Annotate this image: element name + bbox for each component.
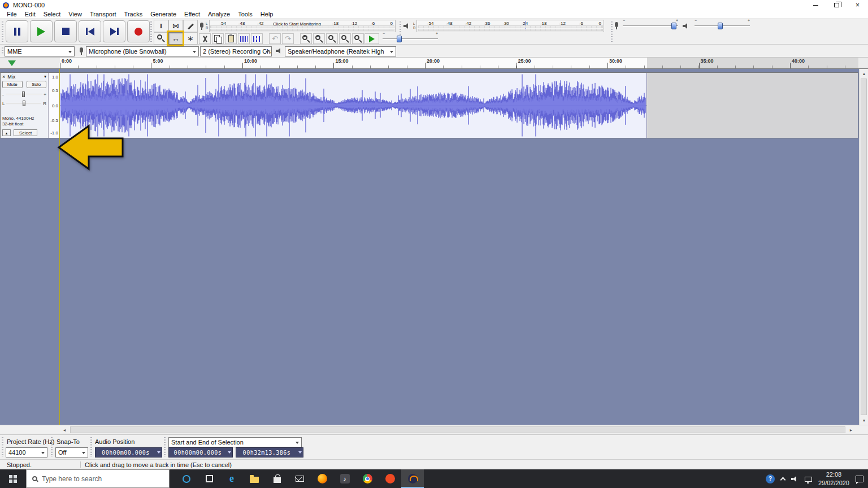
menu-transport[interactable]: Transport	[86, 11, 120, 18]
help-button[interactable]: ?	[766, 474, 775, 483]
track-close-button[interactable]: ×	[2, 74, 5, 80]
draw-tool-button[interactable]	[183, 20, 198, 32]
menu-select[interactable]: Select	[40, 11, 65, 18]
stop-button[interactable]	[54, 20, 77, 42]
menu-effect[interactable]: Effect	[180, 11, 204, 18]
horizontal-scroll-thumb[interactable]	[70, 426, 845, 433]
taskbar-file-explorer-button[interactable]	[243, 469, 266, 488]
toolbar-grip[interactable]	[90, 437, 92, 457]
toolbar-grip[interactable]	[2, 47, 3, 55]
play-button[interactable]	[30, 20, 53, 42]
playback-meter[interactable]: LR -54-48-42-36-30-24-18-12-60	[402, 20, 604, 32]
close-button[interactable]: ×	[847, 0, 868, 10]
notification-button[interactable]	[856, 476, 863, 482]
playback-volume-slider[interactable]: − +	[695, 23, 750, 29]
cut-button[interactable]	[199, 33, 211, 44]
skip-to-start-button[interactable]	[79, 20, 101, 42]
audio-clip[interactable]	[60, 73, 647, 138]
volume-icon[interactable]	[791, 476, 798, 482]
slider-thumb[interactable]	[23, 101, 25, 106]
recording-volume-slider[interactable]: − +	[623, 23, 678, 29]
taskbar-audacity-button[interactable]	[401, 469, 424, 488]
dropdown-arrow-icon[interactable]	[157, 451, 160, 455]
toolbar-grip[interactable]	[2, 437, 3, 457]
taskbar-cortana-button[interactable]	[175, 469, 198, 488]
trim-audio-button[interactable]	[238, 33, 250, 44]
taskbar-chrome-button[interactable]	[356, 469, 379, 488]
menu-view[interactable]: View	[64, 11, 86, 18]
copy-button[interactable]	[212, 33, 224, 44]
pan-slider[interactable]	[6, 103, 41, 104]
taskbar-groove-button[interactable]: ♪	[333, 469, 356, 488]
scroll-up-button[interactable]: ▲	[860, 69, 868, 78]
vertical-scroll-thumb[interactable]	[861, 79, 867, 415]
slider-thumb[interactable]	[22, 91, 25, 97]
project-rate-select[interactable]: 44100	[6, 447, 47, 457]
menu-help[interactable]: Help	[257, 11, 277, 18]
timeline-pin-icon[interactable]	[8, 60, 16, 66]
horizontal-scrollbar[interactable]: ◄ ►	[0, 425, 868, 434]
taskbar-firefox-button[interactable]	[311, 469, 333, 488]
play-speed-slider[interactable]: − +	[383, 36, 438, 42]
zoom-toggle-button[interactable]	[352, 33, 364, 44]
menu-file[interactable]: File	[3, 11, 21, 18]
timeline-ruler[interactable]: 0:005:0010:0015:0020:0025:0030:0035:0040…	[0, 58, 868, 69]
slider-thumb[interactable]	[718, 23, 723, 29]
track-area[interactable]: × Mix ▾ Mute Solo - + L R	[0, 69, 859, 425]
selection-mode-select[interactable]: Start and End of Selection	[168, 437, 302, 447]
snap-to-select[interactable]: Off	[55, 447, 88, 457]
menu-tracks[interactable]: Tracks	[120, 11, 147, 18]
network-icon[interactable]	[805, 477, 812, 482]
selection-start-field[interactable]: 00h00m00.000s	[168, 447, 233, 457]
tray-chevron-icon[interactable]	[780, 477, 785, 482]
recording-meter[interactable]: LR Click to Start Monitoring -54-48-42-1…	[199, 20, 396, 32]
toolbar-grip[interactable]	[611, 21, 613, 42]
gain-slider[interactable]	[6, 94, 42, 95]
fit-selection-button[interactable]	[326, 33, 338, 44]
taskbar-store-button[interactable]	[266, 469, 288, 488]
zoom-out-button[interactable]: −	[313, 33, 325, 44]
track-menu-caret-icon[interactable]: ▾	[44, 74, 46, 79]
solo-button[interactable]: Solo	[27, 81, 47, 88]
silence-audio-button[interactable]	[251, 33, 263, 44]
menu-analyze[interactable]: Analyze	[204, 11, 234, 18]
playback-device-select[interactable]: Speaker/Headphone (Realtek High	[285, 46, 396, 56]
scroll-left-button[interactable]: ◄	[60, 425, 69, 434]
menu-tools[interactable]: Tools	[234, 11, 257, 18]
record-button[interactable]	[127, 20, 150, 42]
track-name[interactable]: Mix	[7, 74, 15, 80]
recording-channels-select[interactable]: 2 (Stereo) Recording Chan	[200, 46, 272, 56]
zoom-in-button[interactable]: +	[300, 33, 312, 44]
select-button[interactable]: Select	[14, 129, 37, 136]
taskbar-clock[interactable]: 22:08 29/02/2020	[818, 470, 849, 487]
redo-button[interactable]: ↷	[282, 33, 294, 44]
undo-button[interactable]: ↶	[269, 33, 281, 44]
audio-position-field[interactable]: 00h00m00.000s	[95, 447, 162, 457]
dropdown-arrow-icon[interactable]	[298, 451, 302, 455]
scroll-right-button[interactable]: ►	[847, 425, 856, 434]
playback-meter-scale[interactable]: -54-48-42-36-30-24-18-12-60	[416, 20, 604, 32]
taskbar-mail-button[interactable]	[288, 469, 311, 488]
toolbar-grip[interactable]	[164, 437, 166, 457]
pause-button[interactable]	[6, 20, 28, 42]
toolbar-grip[interactable]	[150, 21, 152, 42]
start-button[interactable]	[0, 469, 26, 488]
toolbar-grip[interactable]	[2, 21, 3, 42]
vertical-scrollbar[interactable]: ▲ ▼	[859, 69, 868, 425]
taskbar-task-view-button[interactable]	[198, 469, 220, 488]
track-empty-tail[interactable]	[647, 73, 858, 138]
menu-generate[interactable]: Generate	[146, 11, 180, 18]
selection-end-field[interactable]: 00h32m13.386s	[236, 447, 303, 457]
play-at-speed-button[interactable]	[364, 33, 379, 44]
dropdown-arrow-icon[interactable]	[228, 451, 231, 455]
fit-project-button[interactable]	[339, 33, 351, 44]
waveform[interactable]	[60, 73, 647, 138]
scroll-down-button[interactable]: ▼	[860, 416, 868, 425]
skip-to-end-button[interactable]	[103, 20, 125, 42]
mute-button[interactable]: Mute	[2, 81, 23, 88]
menu-edit[interactable]: Edit	[21, 11, 40, 18]
taskbar-search[interactable]	[26, 469, 170, 488]
paste-button[interactable]	[225, 33, 237, 44]
search-input[interactable]	[42, 475, 149, 483]
audio-track[interactable]: × Mix ▾ Mute Solo - + L R	[0, 72, 858, 138]
